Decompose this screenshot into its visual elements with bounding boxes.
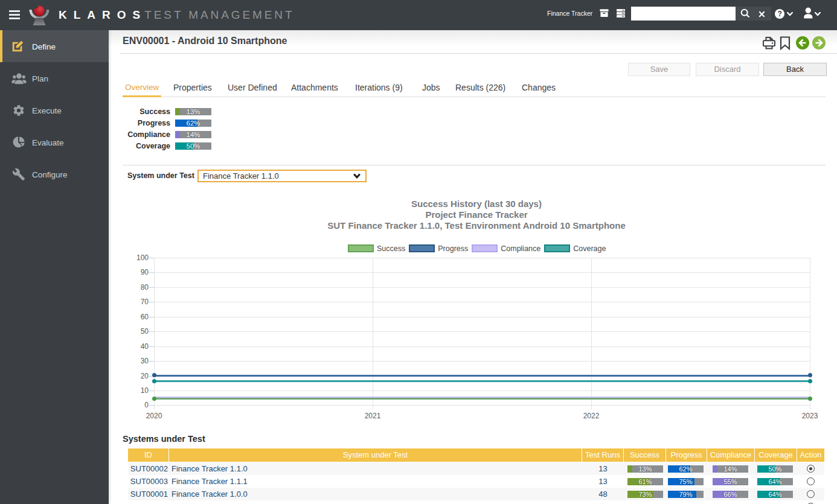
svg-text:?: ? (778, 10, 782, 18)
